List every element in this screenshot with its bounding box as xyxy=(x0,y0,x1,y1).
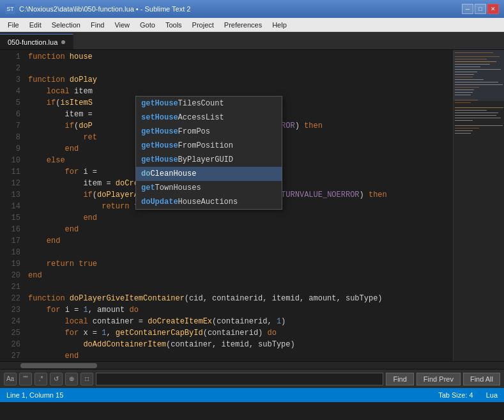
svg-rect-20 xyxy=(455,110,487,111)
code-line-1: function house xyxy=(28,51,453,63)
tab-size[interactable]: Tab Size: 4 xyxy=(438,391,473,399)
whole-word-button[interactable]: "" xyxy=(19,373,32,385)
line-num: 16 xyxy=(0,224,20,235)
code-line-16: end xyxy=(28,224,453,235)
line-num: 17 xyxy=(0,235,20,247)
line-num: 18 xyxy=(0,247,20,258)
tab-050-function[interactable]: 050-function.lua xyxy=(0,34,73,49)
menu-preferences[interactable]: Preferences xyxy=(219,20,267,30)
menu-selection[interactable]: Selection xyxy=(47,20,86,30)
ac-item-4[interactable]: getHouseByPlayerGUID xyxy=(136,153,282,167)
window-controls: ─ □ ✕ xyxy=(462,4,499,14)
status-right: Tab Size: 4 Lua xyxy=(438,391,498,399)
line-num: 2 xyxy=(0,63,20,74)
code-line-27: end xyxy=(28,350,453,361)
line-num: 20 xyxy=(0,270,20,281)
highlight-button[interactable]: □ xyxy=(80,373,93,385)
code-line-20: end xyxy=(28,270,453,281)
svg-rect-3 xyxy=(455,61,496,62)
code-line-21 xyxy=(28,281,453,293)
ac-item-6[interactable]: getTownHouses xyxy=(136,181,282,195)
line-num: 13 xyxy=(0,189,20,201)
horizontal-scrollbar[interactable] xyxy=(0,361,504,369)
editor-main: 1 2 3 4 5 6 7 8 9 10 11 12 13 14 15 16 1… xyxy=(0,50,504,361)
code-line-19: return true xyxy=(28,258,453,270)
svg-rect-10 xyxy=(455,79,484,80)
line-num: 10 xyxy=(0,155,20,166)
line-num: 11 xyxy=(0,166,20,178)
tab-label: 050-function.lua xyxy=(8,38,57,46)
menu-help[interactable]: Help xyxy=(267,20,292,30)
autocomplete-dropdown[interactable]: getHouseTilesCount setHouseAccessList ge… xyxy=(135,96,282,210)
svg-rect-4 xyxy=(455,64,490,65)
close-button[interactable]: ✕ xyxy=(487,4,499,14)
line-number-gutter: 1 2 3 4 5 6 7 8 9 10 11 12 13 14 15 16 1… xyxy=(0,50,26,361)
status-bar: Line 1, Column 15 Tab Size: 4 Lua xyxy=(0,388,504,402)
title-bar: ST C:\Noxious2\data\lib\050-function.lua… xyxy=(0,0,504,18)
code-line-22: function doPlayerGiveItemContainer(cid, … xyxy=(28,293,453,304)
svg-rect-26 xyxy=(455,128,479,128)
scrollbar-thumb[interactable] xyxy=(20,363,97,368)
find-button[interactable]: Find xyxy=(386,373,413,385)
svg-rect-17 xyxy=(455,100,478,100)
ac-item-1[interactable]: setHouseAccessList xyxy=(136,111,282,125)
line-num: 23 xyxy=(0,304,20,316)
minimize-button[interactable]: ─ xyxy=(462,4,473,14)
minimap xyxy=(453,50,504,361)
menu-goto[interactable]: Goto xyxy=(135,20,160,30)
svg-rect-28 xyxy=(455,133,471,134)
language-mode[interactable]: Lua xyxy=(486,391,498,399)
line-num: 24 xyxy=(0,316,20,327)
svg-rect-25 xyxy=(455,125,503,126)
code-line-23: for i = 1, amount do xyxy=(28,304,453,316)
svg-rect-15 xyxy=(455,92,473,93)
find-bar: Aa "" .* ↺ ⊕ □ Find Find Prev Find All xyxy=(0,369,504,388)
svg-rect-12 xyxy=(455,84,503,85)
code-line-17: end xyxy=(28,235,453,247)
cursor-position: Line 1, Column 15 xyxy=(6,391,63,399)
ac-item-7[interactable]: doUpdateHouseAuctions xyxy=(136,195,282,209)
find-input[interactable] xyxy=(96,373,383,385)
line-num: 1 xyxy=(0,51,20,63)
line-num: 6 xyxy=(0,109,20,120)
menu-project[interactable]: Project xyxy=(187,20,219,30)
menu-edit[interactable]: Edit xyxy=(24,20,47,30)
ac-item-3[interactable]: getHouseFromPosition xyxy=(136,139,282,153)
ac-item-5[interactable]: doCleanHouse xyxy=(136,167,282,181)
line-num: 25 xyxy=(0,327,20,339)
menu-find[interactable]: Find xyxy=(86,20,109,30)
code-line-18 xyxy=(28,247,453,258)
svg-rect-22 xyxy=(455,115,496,116)
svg-rect-14 xyxy=(455,89,474,90)
line-num: 5 xyxy=(0,97,20,109)
maximize-button[interactable]: □ xyxy=(475,4,486,14)
regex-button[interactable]: .* xyxy=(34,373,47,385)
code-editor[interactable]: function house function doPlay local ite… xyxy=(26,50,453,361)
svg-rect-8 xyxy=(455,74,474,75)
case-sensitive-button[interactable]: Aa xyxy=(4,373,17,385)
ac-item-0[interactable]: getHouseTilesCount xyxy=(136,97,282,111)
svg-rect-13 xyxy=(455,87,479,88)
code-line-26: doAddContainerItem(container, itemid, su… xyxy=(28,339,453,350)
line-num: 26 xyxy=(0,339,20,350)
ac-item-2[interactable]: getHouseFromPos xyxy=(136,125,282,139)
wrap-button[interactable]: ↺ xyxy=(50,373,63,385)
svg-rect-0 xyxy=(455,52,493,53)
line-num: 3 xyxy=(0,74,20,86)
line-num: 21 xyxy=(0,281,20,293)
svg-rect-7 xyxy=(455,72,477,72)
svg-rect-21 xyxy=(455,113,498,113)
find-prev-button[interactable]: Find Prev xyxy=(416,373,461,385)
line-num: 14 xyxy=(0,201,20,212)
line-num: 27 xyxy=(0,350,20,361)
svg-rect-18 xyxy=(455,102,471,103)
svg-rect-2 xyxy=(455,59,487,59)
menu-tools[interactable]: Tools xyxy=(160,20,187,30)
in-selection-button[interactable]: ⊕ xyxy=(65,373,78,385)
menu-view[interactable]: View xyxy=(109,20,135,30)
find-all-button[interactable]: Find All xyxy=(463,373,500,385)
svg-rect-27 xyxy=(455,130,473,131)
menu-bar: File Edit Selection Find View Goto Tools… xyxy=(0,18,504,32)
menu-file[interactable]: File xyxy=(3,20,24,30)
line-num: 4 xyxy=(0,86,20,97)
